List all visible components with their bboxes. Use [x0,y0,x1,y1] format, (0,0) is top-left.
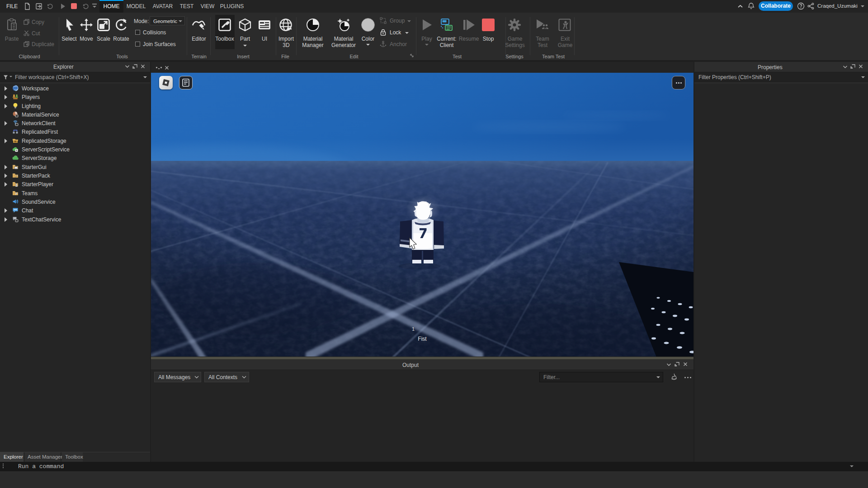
svg-text:1: 1 [412,326,415,332]
svg-text:Fist: Fist [418,336,427,342]
